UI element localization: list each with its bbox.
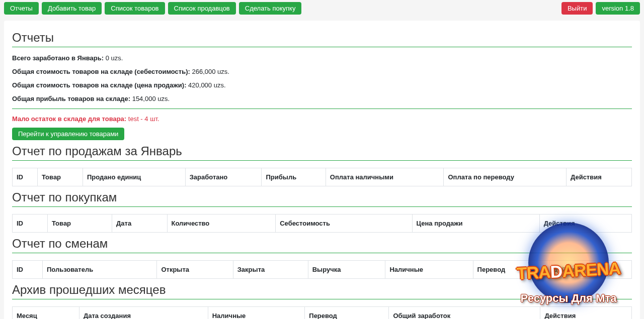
shift-table: ID Пользователь Открыта Закрыта Выручка …	[12, 260, 632, 279]
stat-earned: Всего заработано в Январь: 0 uzs.	[12, 54, 632, 62]
stat-warehouse-sale-value: 420,000 uzs.	[186, 81, 225, 89]
col-created: Дата создания	[79, 307, 208, 320]
stat-warehouse-profit: Общая прибыль товаров на складе: 154,000…	[12, 95, 632, 102]
title-divider	[12, 47, 632, 47]
product-list-button[interactable]: Список товаров	[105, 2, 165, 15]
stat-warehouse-cost: Общая стоимость товаров на складе (себес…	[12, 68, 632, 75]
stat-warehouse-sale: Общая стоимость товаров на складе (цена …	[12, 81, 632, 89]
sales-table: ID Товар Продано единиц Заработано Прибы…	[12, 168, 632, 186]
version-button[interactable]: version 1.8	[596, 2, 640, 15]
col-earned: Заработано	[185, 168, 262, 186]
nav-right-group: Выйти version 1.8	[561, 2, 640, 15]
table-row: ID Пользователь Открыта Закрыта Выручка …	[13, 261, 632, 279]
seller-list-button[interactable]: Список продавцов	[168, 2, 236, 15]
stat-warehouse-profit-value: 154,000 uzs.	[130, 95, 170, 102]
col-opened: Открыта	[157, 261, 233, 279]
col-actions: Действия	[567, 168, 632, 186]
table-row: ID Товар Продано единиц Заработано Прибы…	[13, 168, 632, 186]
shift-report-title: Отчет по сменам	[12, 237, 632, 251]
archive-divider	[12, 299, 632, 299]
shift-divider	[12, 253, 632, 253]
stat-warehouse-sale-label: Общая стоимость товаров на складе (цена …	[12, 81, 186, 89]
stat-earned-value: 0 uzs.	[104, 54, 123, 62]
purchase-report-title: Отчет по покупкам	[12, 190, 632, 204]
col-date: Дата	[112, 215, 168, 233]
col-profit: Прибыль	[262, 168, 326, 186]
col-sold: Продано единиц	[83, 168, 186, 186]
col-transfer: Перевод	[473, 261, 549, 279]
col-product: Товар	[48, 215, 112, 233]
low-stock-warning: Мало остаток в складе для товара: test -…	[12, 115, 632, 123]
manage-products-button[interactable]: Перейти к управлению товарами	[12, 128, 124, 140]
page-title: Отчеты	[12, 31, 632, 45]
stat-warehouse-cost-label: Общая стоимость товаров на складе (себес…	[12, 68, 190, 75]
col-sale-price: Цена продажи	[412, 215, 539, 233]
table-row: ID Товар Дата Количество Себестоимость Ц…	[13, 215, 632, 233]
col-id: ID	[13, 261, 43, 279]
stat-warehouse-profit-label: Общая прибыль товаров на складе:	[12, 95, 130, 102]
col-id: ID	[13, 215, 48, 233]
table-row: Месяц Дата создания Наличные Перевод Общ…	[13, 307, 632, 320]
col-cash: Наличные	[208, 307, 305, 320]
col-revenue: Выручка	[308, 261, 385, 279]
purchase-table: ID Товар Дата Количество Себестоимость Ц…	[12, 214, 632, 233]
add-product-button[interactable]: Добавить товар	[42, 2, 102, 15]
make-purchase-button[interactable]: Сделать покупку	[239, 2, 302, 15]
logout-button[interactable]: Выйти	[561, 2, 593, 15]
stat-earned-label: Всего заработано в Январь:	[12, 54, 104, 62]
col-actions: Действия	[549, 261, 631, 279]
archive-table: Месяц Дата создания Наличные Перевод Общ…	[12, 306, 632, 319]
col-month: Месяц	[13, 307, 79, 320]
col-transfer: Перевод	[305, 307, 389, 320]
col-user: Пользователь	[43, 261, 157, 279]
main-container: Отчеты Всего заработано в Январь: 0 uzs.…	[4, 21, 640, 319]
reports-button[interactable]: Отчеты	[4, 2, 39, 15]
sales-divider	[12, 160, 632, 161]
purchase-divider	[12, 206, 632, 207]
col-actions: Действия	[539, 215, 631, 233]
sales-report-title: Отчет по продажам за Январь	[12, 144, 632, 158]
col-total: Общий заработок	[389, 307, 540, 320]
low-stock-label: Мало остаток в складе для товара:	[12, 115, 128, 123]
archive-title: Архив прошедших месяцев	[12, 283, 632, 297]
col-actions: Действия	[540, 307, 632, 320]
stats-divider	[12, 109, 632, 109]
col-id: ID	[13, 168, 38, 186]
stat-warehouse-cost-value: 266,000 uzs.	[190, 68, 229, 75]
col-product: Товар	[38, 168, 83, 186]
col-closed: Закрыта	[233, 261, 308, 279]
col-cost: Себестоимость	[276, 215, 412, 233]
col-cash: Наличные	[385, 261, 473, 279]
low-stock-value: test - 4 шт.	[128, 115, 159, 123]
col-transfer: Оплата по переводу	[444, 168, 567, 186]
col-qty: Количество	[167, 215, 276, 233]
nav-left-group: Отчеты Добавить товар Список товаров Спи…	[4, 2, 301, 15]
col-cash: Оплата наличными	[326, 168, 444, 186]
top-navbar: Отчеты Добавить товар Список товаров Спи…	[0, 0, 644, 17]
